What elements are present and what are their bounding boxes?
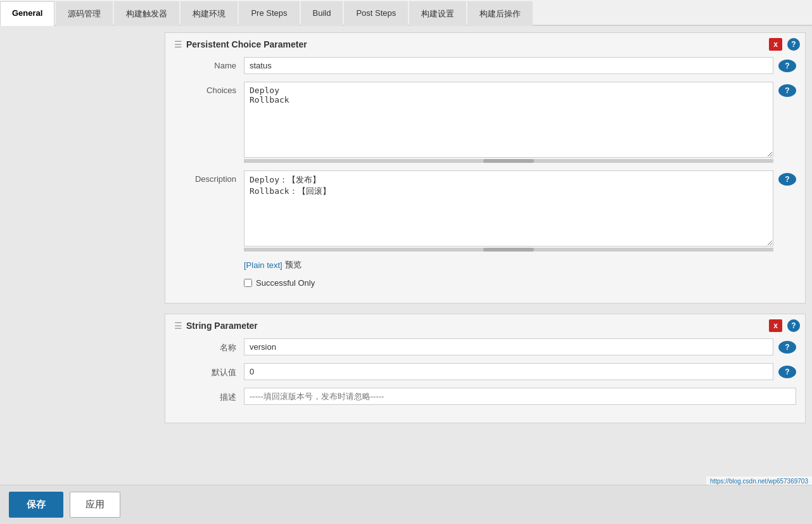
- name-input-1[interactable]: [244, 57, 773, 74]
- tab-post-steps[interactable]: Post Steps: [344, 1, 408, 26]
- description-row: Description <span class="deploy-keyword"…: [174, 170, 796, 252]
- description-input-wrap: <span class="deploy-keyword">Deploy：</sp…: [244, 170, 796, 252]
- desc-input-2[interactable]: [244, 388, 796, 405]
- name-row-2: 名称 ?: [174, 338, 796, 355]
- choices-label: Choices: [174, 82, 244, 95]
- plain-text-row: [Plain text] 预览: [174, 259, 796, 271]
- help-string-param-icon[interactable]: ?: [787, 319, 800, 332]
- param-block-1-title: Persistent Choice Parameter: [186, 39, 307, 49]
- apply-button[interactable]: 应用: [70, 492, 120, 518]
- preview-label: 预览: [285, 259, 301, 271]
- bottom-bar: 保存 应用: [0, 485, 812, 520]
- name-label-2: 名称: [174, 338, 244, 354]
- name-row-1: Name ?: [174, 57, 796, 74]
- name-input-wrap-1: ?: [244, 57, 796, 74]
- string-param-block: x ? ☰ String Parameter 名称 ? 默认值 ?: [165, 314, 806, 423]
- tab-general[interactable]: General: [0, 1, 54, 26]
- choices-row: Choices Deploy Rollback ?: [174, 82, 796, 163]
- tab-bar: General 源码管理 构建触发器 构建环境 Pre Steps Build …: [0, 0, 812, 26]
- help-persistent-choice-icon[interactable]: ?: [787, 38, 800, 51]
- default-value-row: 默认值 ?: [174, 363, 796, 380]
- tab-post-build[interactable]: 构建后操作: [467, 1, 533, 26]
- desc-scrollbar-thumb: [483, 248, 534, 252]
- content-area: x ? ☰ Persistent Choice Parameter Name ?…: [158, 26, 812, 520]
- desc-label-2: 描述: [174, 388, 244, 403]
- name-help-icon-1[interactable]: ?: [778, 60, 796, 72]
- param-block-2-header: ☰ String Parameter: [174, 321, 796, 331]
- default-value-label: 默认值: [174, 363, 244, 378]
- choices-help-icon[interactable]: ?: [778, 84, 796, 97]
- name-input-2[interactable]: [244, 338, 773, 355]
- drag-handle-1: ☰: [174, 39, 182, 49]
- desc-scrollbar: [244, 248, 773, 252]
- plain-text-link[interactable]: [Plain text]: [244, 260, 282, 270]
- delete-persistent-choice-btn[interactable]: x: [769, 38, 782, 51]
- successful-only-label: Successful Only: [256, 278, 315, 288]
- description-textarea[interactable]: <span class="deploy-keyword">Deploy：</sp…: [244, 170, 773, 246]
- description-label: Description: [174, 170, 244, 184]
- choices-scrollbar: [244, 159, 773, 163]
- name-help-icon-2[interactable]: ?: [778, 341, 796, 354]
- drag-handle-2: ☰: [174, 321, 182, 331]
- choices-scrollbar-thumb: [483, 159, 534, 163]
- tab-build-env[interactable]: 构建环境: [181, 1, 238, 26]
- desc-row-2: 描述: [174, 388, 796, 405]
- main-container: x ? ☰ Persistent Choice Parameter Name ?…: [0, 26, 812, 520]
- tab-pre-steps[interactable]: Pre Steps: [239, 1, 299, 26]
- name-label-1: Name: [174, 57, 244, 70]
- default-value-input-wrap: ?: [244, 363, 796, 380]
- choices-input-wrap: Deploy Rollback ?: [244, 82, 796, 163]
- default-value-input[interactable]: [244, 363, 773, 380]
- successful-only-checkbox[interactable]: [244, 279, 252, 287]
- param-block-1-header: ☰ Persistent Choice Parameter: [174, 39, 796, 49]
- save-button[interactable]: 保存: [9, 492, 63, 518]
- name-input-wrap-2: ?: [244, 338, 796, 355]
- param-block-2-title: String Parameter: [186, 321, 258, 331]
- delete-string-param-btn[interactable]: x: [769, 319, 782, 332]
- default-help-icon[interactable]: ?: [778, 366, 796, 378]
- persistent-choice-param-block: x ? ☰ Persistent Choice Parameter Name ?…: [165, 32, 806, 304]
- desc-input-wrap-2: [244, 388, 796, 405]
- successful-only-row: Successful Only: [174, 278, 796, 288]
- tab-source[interactable]: 源码管理: [56, 1, 113, 26]
- description-help-icon[interactable]: ?: [778, 173, 796, 186]
- choices-textarea[interactable]: Deploy Rollback: [244, 82, 773, 158]
- tab-build-settings[interactable]: 构建设置: [409, 1, 466, 26]
- sidebar: [0, 26, 158, 520]
- tab-build[interactable]: Build: [301, 1, 343, 26]
- tab-trigger[interactable]: 构建触发器: [114, 1, 179, 26]
